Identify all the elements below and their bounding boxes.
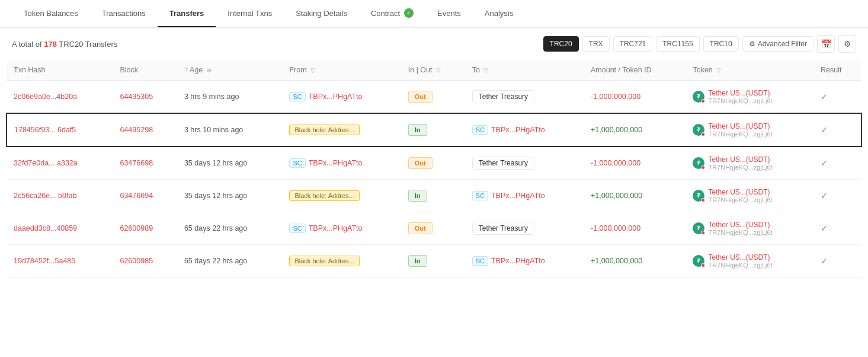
token-filter-icon[interactable]: ▽ — [716, 67, 721, 74]
col-amount: Amount / Token ID — [584, 60, 686, 81]
black-hole-link[interactable]: Black hole: Addres... — [289, 256, 359, 266]
token-icon: ₮ — [693, 124, 704, 136]
token-cell: ₮ Tether US...(USDT) TR7NHqjeKQ...zgjLj6… — [693, 155, 806, 171]
token-name-link[interactable]: Tether US...(USDT) — [708, 122, 772, 130]
from-filter-icon[interactable]: ▽ — [310, 67, 315, 74]
amount-value: +1,000,000,000 — [591, 192, 642, 200]
block-link[interactable]: 62600989 — [120, 224, 153, 232]
sc-badge: SC — [289, 158, 305, 168]
from-cell: SCTBPx...PHgATto — [289, 224, 393, 233]
tab-transactions[interactable]: Transactions — [90, 1, 158, 27]
inout-filter-icon[interactable]: ▽ — [436, 67, 441, 74]
token-info: Tether US...(USDT) TR7NHqjeKQ...zgjLj6t — [708, 221, 772, 236]
block-link[interactable]: 63476694 — [120, 192, 153, 200]
tab-token-balances[interactable]: Token Balances — [12, 1, 90, 27]
tab-internal-txns[interactable]: Internal Txns — [216, 1, 284, 27]
token-cell: ₮ Tether US...(USDT) TR7NHqjeKQ...zgjLj6… — [693, 253, 806, 269]
age-help-icon[interactable]: ? — [184, 66, 188, 74]
direction-badge: In — [408, 190, 427, 202]
amount-value: -1,000,000,000 — [591, 159, 640, 167]
sc-badge: SC — [289, 224, 305, 233]
col-txn-hash: Txn Hash — [7, 60, 113, 81]
black-hole-link[interactable]: Black hole: Addres... — [289, 190, 359, 201]
token-cell: ₮ Tether US...(USDT) TR7NHqjeKQ...zgjLj6… — [693, 122, 806, 138]
token-cell: ₮ Tether US...(USDT) TR7NHqjeKQ...zgjLj6… — [693, 221, 806, 236]
token-name-link[interactable]: Tether US...(USDT) — [708, 253, 772, 262]
token-info: Tether US...(USDT) TR7NHqjeKQ...zgjLj6t — [708, 89, 772, 104]
txn-hash-link[interactable]: 2c06e9a0e...4b20a — [14, 93, 77, 101]
trc1155-btn[interactable]: TRC1155 — [656, 36, 699, 52]
age-filter-icon[interactable]: ⊕ — [207, 67, 212, 74]
to-filter-icon[interactable]: ▽ — [483, 67, 488, 74]
table-body: 2c06e9a0e...4b20a644953053 hrs 9 mins ag… — [7, 81, 861, 278]
to-cell: SCTBPx...PHgATto — [472, 191, 576, 200]
from-link[interactable]: TBPx...PHgATto — [309, 93, 363, 101]
block-link[interactable]: 62600985 — [120, 257, 153, 265]
trx-btn[interactable]: TRX — [582, 36, 610, 52]
token-name-link[interactable]: Tether US...(USDT) — [708, 89, 772, 97]
col-age: ? Age ⊕ — [177, 60, 283, 81]
to-link[interactable]: TBPx...PHgATto — [491, 126, 545, 134]
from-cell: SCTBPx...PHgATto — [289, 158, 393, 168]
sc-badge: SC — [472, 125, 488, 135]
tab-contract[interactable]: Contract ✓ — [359, 0, 425, 27]
direction-badge: Out — [408, 157, 433, 169]
tab-analysis[interactable]: Analysis — [473, 1, 525, 27]
tether-treasury-badge[interactable]: Tether Treasury — [472, 90, 534, 103]
tether-treasury-badge[interactable]: Tether Treasury — [472, 157, 534, 170]
to-cell: Tether Treasury — [472, 222, 576, 235]
tab-events[interactable]: Events — [425, 1, 473, 27]
txn-hash-link[interactable]: daaedd3c8...40859 — [14, 224, 77, 232]
txn-hash-link[interactable]: 2c56ca26e... b0fab — [14, 192, 76, 200]
token-cell: ₮ Tether US...(USDT) TR7NHqjeKQ...zgjLj6… — [693, 188, 806, 203]
to-link[interactable]: TBPx...PHgATto — [491, 257, 545, 265]
calendar-btn[interactable]: 📅 — [817, 35, 835, 53]
tether-treasury-badge[interactable]: Tether Treasury — [472, 222, 534, 235]
col-token: Token ▽ — [686, 60, 813, 81]
token-name-link[interactable]: Tether US...(USDT) — [708, 221, 772, 229]
age-text: 3 hrs 9 mins ago — [184, 93, 239, 101]
token-name-link[interactable]: Tether US...(USDT) — [708, 188, 772, 196]
block-link[interactable]: 64495305 — [120, 93, 153, 101]
column-settings-btn[interactable]: ⚙ — [838, 35, 856, 53]
trc721-btn[interactable]: TRC721 — [613, 36, 653, 52]
token-icon: ₮ — [693, 190, 704, 202]
age-text: 35 days 12 hrs ago — [184, 192, 247, 200]
to-cell: Tether Treasury — [472, 157, 576, 170]
table-row: 19d78452f...5a4856260098565 days 22 hrs … — [7, 245, 861, 278]
table-row: 2c06e9a0e...4b20a644953053 hrs 9 mins ag… — [7, 81, 861, 114]
from-link[interactable]: TBPx...PHgATto — [309, 224, 363, 232]
token-address: TR7NHqjeKQ...zgjLj6t — [708, 164, 772, 171]
token-name-link[interactable]: Tether US...(USDT) — [708, 155, 772, 164]
amount-value: -1,000,000,000 — [591, 224, 640, 232]
filter-icon: ⚙ — [749, 40, 755, 48]
token-cell: ₮ Tether US...(USDT) TR7NHqjeKQ...zgjLj6… — [693, 89, 806, 104]
block-link[interactable]: 64495298 — [120, 126, 153, 134]
table-row: daaedd3c8...408596260098965 days 22 hrs … — [7, 212, 861, 245]
from-cell: Black hole: Addres... — [289, 125, 393, 135]
from-cell: SCTBPx...PHgATto — [289, 92, 393, 101]
txn-hash-link[interactable]: 32fd7e0da... a332a — [14, 159, 78, 167]
result-icon: ✓ — [821, 125, 828, 135]
col-in-out: In | Out ▽ — [401, 60, 465, 81]
tab-staking-details[interactable]: Staking Details — [284, 1, 359, 27]
from-link[interactable]: TBPx...PHgATto — [309, 159, 363, 167]
tab-bar: Token Balances Transactions Transfers In… — [0, 0, 868, 28]
transfer-count: 178 — [44, 40, 57, 49]
token-info: Tether US...(USDT) TR7NHqjeKQ...zgjLj6t — [708, 122, 772, 138]
direction-badge: Out — [408, 91, 433, 103]
to-link[interactable]: TBPx...PHgATto — [491, 192, 545, 200]
txn-hash-link[interactable]: 178456f93... 6daf5 — [14, 126, 76, 134]
sc-badge: SC — [289, 92, 305, 101]
age-text: 35 days 12 hrs ago — [184, 159, 247, 167]
to-cell: SCTBPx...PHgATto — [472, 256, 576, 266]
tab-transfers[interactable]: Transfers — [158, 1, 216, 27]
txn-hash-link[interactable]: 19d78452f...5a485 — [14, 257, 75, 265]
trc20-btn[interactable]: TRC20 — [543, 36, 579, 52]
trc10-btn[interactable]: TRC10 — [703, 36, 739, 52]
black-hole-link[interactable]: Black hole: Addres... — [289, 125, 359, 135]
block-link[interactable]: 63476698 — [120, 159, 153, 167]
token-info: Tether US...(USDT) TR7NHqjeKQ...zgjLj6t — [708, 155, 772, 171]
advanced-filter-btn[interactable]: ⚙ Advanced Filter — [742, 36, 813, 52]
token-address: TR7NHqjeKQ...zgjLj6t — [708, 262, 772, 269]
